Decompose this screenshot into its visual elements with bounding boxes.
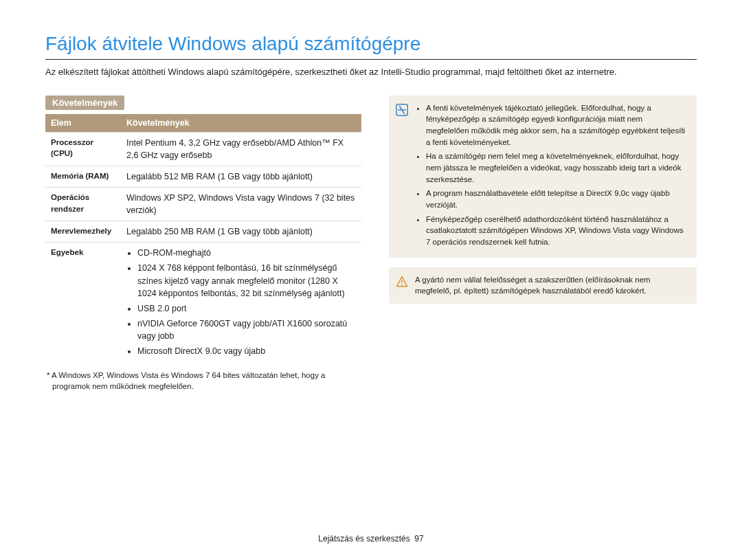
- list-item: Microsoft DirectX 9.0c vagy újabb: [137, 345, 356, 357]
- info-note-box: A fenti követelmények tájékoztató jelleg…: [389, 96, 697, 258]
- th-req: Követelmények: [121, 114, 361, 133]
- page-footer: Lejátszás és szerkesztés 97: [0, 534, 742, 544]
- page-title: Fájlok átvitele Windows alapú számítógép…: [45, 33, 697, 60]
- row-value: Windows XP SP2, Windows Vista vagy Windo…: [121, 187, 361, 221]
- table-row: Processzor (CPU) Intel Pentium 4, 3,2 GH…: [45, 132, 361, 166]
- requirements-table: Elem Követelmények Processzor (CPU) Inte…: [45, 114, 361, 365]
- info-item: A program használatbavétele előtt telepí…: [426, 188, 687, 210]
- th-item: Elem: [45, 114, 121, 133]
- table-row: Operációs rendszer Windows XP SP2, Windo…: [45, 187, 361, 221]
- row-label: Egyebek: [45, 243, 121, 365]
- right-column: A fenti követelmények tájékoztató jelleg…: [389, 96, 697, 392]
- requirements-tag: Követelmények: [45, 96, 124, 110]
- warning-icon: [396, 276, 408, 288]
- intro-text: Az elkészített fájlokat áttöltheti Windo…: [45, 65, 697, 79]
- info-icon: [396, 104, 408, 116]
- row-value: Intel Pentium 4, 3,2 GHz vagy erősebb/AM…: [121, 132, 361, 166]
- warning-text: A gyártó nem vállal felelősséget a szaks…: [415, 274, 687, 297]
- footnote: * A Windows XP, Windows Vista és Windows…: [45, 370, 361, 392]
- list-item: nVIDIA Geforce 7600GT vagy jobb/ATI X160…: [137, 317, 356, 342]
- table-row: Merevlemezhely Legalább 250 MB RAM (1 GB…: [45, 221, 361, 243]
- table-row: Memória (RAM) Legalább 512 MB RAM (1 GB …: [45, 166, 361, 187]
- row-label: Merevlemezhely: [45, 221, 121, 243]
- row-label: Operációs rendszer: [45, 187, 121, 221]
- list-item: CD-ROM-meghajtó: [137, 247, 356, 259]
- warning-note-box: A gyártó nem vállal felelősséget a szaks…: [389, 267, 697, 304]
- row-value: Legalább 512 MB RAM (1 GB vagy több aján…: [121, 166, 361, 187]
- svg-point-2: [401, 284, 403, 285]
- footer-section: Lejátszás és szerkesztés: [318, 534, 409, 544]
- row-label: Memória (RAM): [45, 166, 121, 187]
- row-value: CD-ROM-meghajtó 1024 X 768 képpont felbo…: [121, 243, 361, 365]
- row-label: Processzor (CPU): [45, 132, 121, 166]
- info-item: A fenti követelmények tájékoztató jelleg…: [426, 102, 687, 148]
- list-item: USB 2.0 port: [137, 302, 356, 315]
- table-row: Egyebek CD-ROM-meghajtó 1024 X 768 képpo…: [45, 243, 361, 365]
- page-number: 97: [414, 534, 423, 544]
- info-item: Fényképezőgép cserélhető adathordozóként…: [426, 214, 687, 248]
- info-item: Ha a számítógép nem felel meg a követelm…: [426, 150, 687, 185]
- left-column: Követelmények Elem Követelmények Process…: [45, 96, 361, 392]
- list-item: 1024 X 768 képpont felbontású, 16 bit sz…: [137, 262, 356, 299]
- row-value: Legalább 250 MB RAM (1 GB vagy több aján…: [121, 221, 361, 243]
